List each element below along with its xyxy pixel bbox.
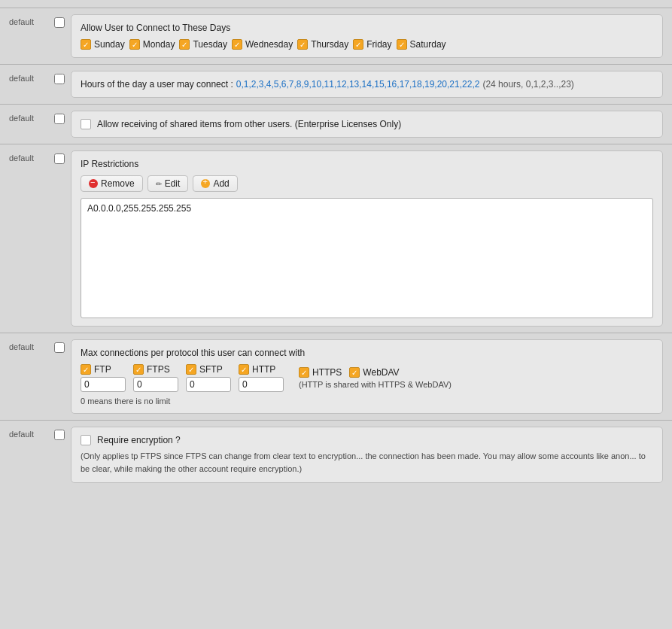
- shared-section: default Allow receiving of shared items …: [0, 104, 672, 144]
- maxconn-section: default Max connections per protocol thi…: [0, 333, 672, 420]
- http-col: ✓ HTTP: [239, 364, 284, 392]
- thursday-label: Thursday: [311, 39, 348, 50]
- add-icon: [201, 179, 210, 188]
- maxconn-section-checkbox[interactable]: [54, 342, 65, 353]
- day-tuesday: ✓ Tuesday: [179, 39, 227, 50]
- encrypt-section-label: default: [9, 427, 54, 439]
- http-label: HTTP: [252, 364, 275, 375]
- sftp-label-row: ✓ SFTP: [186, 364, 223, 375]
- thursday-checkbox[interactable]: ✓: [297, 39, 308, 50]
- webdav-label-row: ✓ WebDAV: [349, 367, 399, 378]
- ftps-checkbox[interactable]: ✓: [133, 364, 144, 375]
- encrypt-title: Require encryption ?: [97, 435, 181, 445]
- protocols-row: ✓ FTP ✓ FTPS ✓ SFTP: [81, 364, 653, 392]
- maxconn-section-label: default: [9, 339, 54, 351]
- friday-label: Friday: [366, 39, 391, 50]
- ftp-checkbox[interactable]: ✓: [81, 364, 91, 375]
- hours-hint: (24 hours, 0,1,2,3..,23): [482, 79, 573, 90]
- edit-label: Edit: [165, 178, 181, 189]
- day-wednesday: ✓ Wednesday: [232, 39, 293, 50]
- add-button[interactable]: Add: [193, 175, 237, 192]
- ftp-input[interactable]: [81, 377, 126, 392]
- ip-section-label: default: [9, 150, 54, 163]
- ftps-input[interactable]: [133, 377, 178, 392]
- saturday-label: Saturday: [410, 39, 446, 50]
- friday-checkbox[interactable]: ✓: [353, 39, 363, 50]
- ip-section-content: IP Restrictions Remove ✏ Edit Add A0.0.0…: [71, 150, 663, 327]
- hours-row: Hours of the day a user may connect : 0,…: [81, 79, 653, 90]
- days-row: ✓ Sunday ✓ Monday ✓ Tuesday ✓ Wednesday …: [81, 39, 653, 50]
- shared-checkbox[interactable]: [81, 119, 91, 129]
- tuesday-checkbox[interactable]: ✓: [179, 39, 190, 50]
- ip-section-checkbox-wrap: [54, 150, 71, 166]
- sftp-input[interactable]: [186, 377, 231, 392]
- shared-section-checkbox-wrap: [54, 111, 71, 126]
- day-saturday: ✓ Saturday: [397, 39, 446, 50]
- limit-note: 0 means there is no limit: [81, 397, 653, 406]
- pencil-icon: ✏: [156, 180, 162, 188]
- day-friday: ✓ Friday: [353, 39, 391, 50]
- encrypt-checkbox[interactable]: [81, 435, 91, 445]
- https-label: HTTPS: [312, 367, 342, 378]
- https-checkbox[interactable]: ✓: [299, 367, 309, 378]
- shared-row: Allow receiving of shared items from oth…: [81, 119, 653, 129]
- hours-section-checkbox[interactable]: [54, 74, 65, 84]
- maxconn-section-checkbox-wrap: [54, 339, 71, 355]
- saturday-checkbox[interactable]: ✓: [397, 39, 407, 50]
- ip-buttons: Remove ✏ Edit Add: [81, 175, 653, 192]
- wednesday-label: Wednesday: [245, 39, 293, 50]
- ip-list[interactable]: A0.0.0.0,255.255.255.255: [81, 198, 653, 318]
- ftp-label-row: ✓ FTP: [81, 364, 111, 375]
- days-section: default Allow User to Connect to These D…: [0, 8, 672, 64]
- sunday-label: Sunday: [94, 39, 125, 50]
- http-label-row: ✓ HTTP: [239, 364, 275, 375]
- sunday-checkbox[interactable]: ✓: [81, 39, 91, 50]
- day-sunday: ✓ Sunday: [81, 39, 125, 50]
- maxconn-title: Max connections per protocol this user c…: [81, 348, 653, 358]
- webdav-checkbox[interactable]: ✓: [349, 367, 360, 378]
- edit-button[interactable]: ✏ Edit: [147, 175, 189, 192]
- hours-section: default Hours of the day a user may conn…: [0, 64, 672, 104]
- hours-label: Hours of the day a user may connect :: [81, 79, 233, 90]
- encrypt-desc: (Only applies tp FTPS since FTPS can cha…: [81, 450, 653, 475]
- ftp-label: FTP: [94, 364, 111, 375]
- shared-section-content: Allow receiving of shared items from oth…: [71, 111, 663, 138]
- https-label-row: ✓ HTTPS: [299, 367, 342, 378]
- days-title: Allow User to Connect to These Days: [81, 23, 653, 33]
- hours-section-checkbox-wrap: [54, 71, 71, 87]
- remove-button[interactable]: Remove: [81, 175, 143, 192]
- encrypt-section-checkbox[interactable]: [54, 430, 65, 440]
- shared-section-checkbox[interactable]: [54, 114, 65, 124]
- https-note: (HTTP is shared with HTTPS & WebDAV): [299, 380, 452, 389]
- hours-value[interactable]: 0,1,2,3,4,5,6,7,8,9,10,11,12,13,14,15,16…: [236, 79, 480, 90]
- encrypt-section-content: Require encryption ? (Only applies tp FT…: [71, 427, 663, 483]
- sftp-label: SFTP: [199, 364, 223, 375]
- remove-label: Remove: [101, 178, 135, 189]
- add-label: Add: [213, 178, 229, 189]
- ftp-col: ✓ FTP: [81, 364, 126, 392]
- sftp-col: ✓ SFTP: [186, 364, 231, 392]
- ip-section-checkbox[interactable]: [54, 153, 65, 164]
- wednesday-checkbox[interactable]: ✓: [232, 39, 242, 50]
- http-checkbox[interactable]: ✓: [239, 364, 249, 375]
- main-container: default Allow User to Connect to These D…: [0, 0, 672, 629]
- https-webdav-group: ✓ HTTPS ✓ WebDAV (HTTP is shared with HT…: [299, 367, 452, 389]
- sftp-checkbox[interactable]: ✓: [186, 364, 196, 375]
- tuesday-label: Tuesday: [193, 39, 227, 50]
- hours-section-label: default: [9, 71, 54, 83]
- monday-checkbox[interactable]: ✓: [129, 39, 140, 50]
- ip-entry: A0.0.0.0,255.255.255.255: [87, 203, 646, 214]
- shared-text: Allow receiving of shared items from oth…: [97, 119, 401, 129]
- http-input[interactable]: [239, 377, 284, 392]
- ftps-label-row: ✓ FTPS: [133, 364, 170, 375]
- ip-title: IP Restrictions: [81, 159, 653, 169]
- encrypt-title-row: Require encryption ?: [81, 435, 653, 445]
- shared-section-label: default: [9, 111, 54, 123]
- webdav-label: WebDAV: [363, 367, 399, 378]
- days-section-checkbox[interactable]: [54, 17, 65, 28]
- maxconn-section-content: Max connections per protocol this user c…: [71, 339, 663, 414]
- hours-section-content: Hours of the day a user may connect : 0,…: [71, 71, 663, 98]
- encrypt-section: default Require encryption ? (Only appli…: [0, 420, 672, 489]
- monday-label: Monday: [143, 39, 175, 50]
- days-section-content: Allow User to Connect to These Days ✓ Su…: [71, 14, 663, 58]
